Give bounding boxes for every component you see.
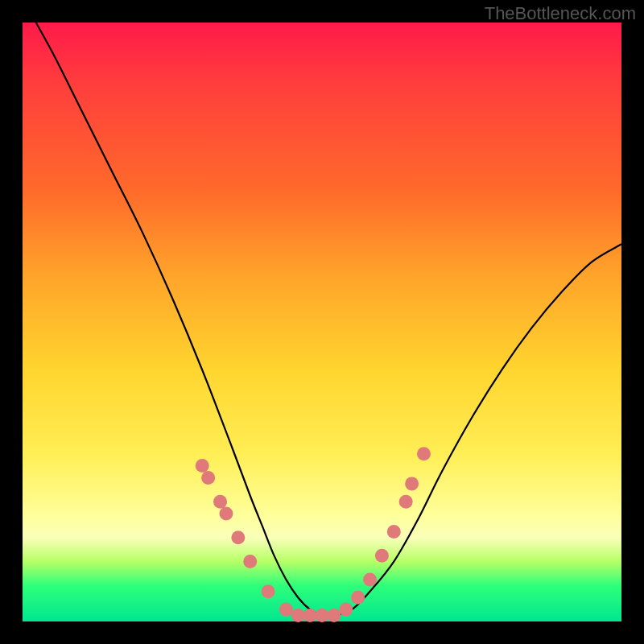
- highlight-dot: [316, 609, 329, 622]
- highlight-dot: [327, 609, 341, 622]
- highlight-dot: [351, 591, 365, 605]
- highlight-dot: [339, 603, 353, 617]
- highlight-dot: [201, 471, 215, 485]
- highlight-dot: [417, 447, 431, 460]
- attribution-label: TheBottleneck.com: [485, 3, 636, 24]
- highlight-dot: [279, 603, 293, 617]
- highlight-dot: [231, 530, 245, 544]
- highlight-dot: [363, 572, 377, 586]
- highlight-dot: [219, 507, 233, 521]
- chart-frame: TheBottleneck.com: [0, 0, 644, 644]
- curve-svg: [23, 23, 621, 621]
- highlight-dot: [405, 477, 419, 490]
- highlight-dot: [243, 555, 257, 568]
- highlight-dot: [303, 609, 317, 622]
- highlight-dot: [196, 459, 209, 473]
- highlight-dot: [375, 549, 389, 563]
- highlight-dot: [262, 584, 275, 598]
- highlight-dot: [387, 525, 401, 539]
- highlight-dot: [213, 495, 227, 509]
- highlight-dot: [291, 609, 305, 622]
- plot-area: [23, 23, 621, 621]
- highlight-dot: [399, 495, 413, 509]
- bottleneck-curve: [23, 0, 621, 616]
